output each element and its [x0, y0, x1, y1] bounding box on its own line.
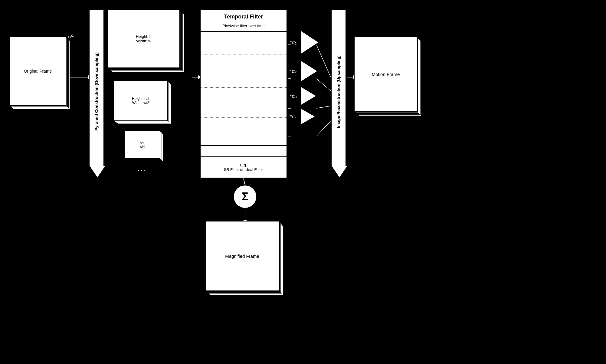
pyramid-banner-top — [89, 9, 104, 18]
pyramid-level-1: Height: h Width: w — [107, 9, 186, 74]
alpha-1-label: *α₁ — [290, 39, 299, 46]
reconstruction-banner-arrow-inner — [332, 166, 347, 177]
alpha-1-triangle — [301, 31, 318, 54]
filter-band-4 — [201, 145, 287, 146]
reconstruction-banner-label: Image Reconstruction (Upsampling) — [336, 55, 341, 128]
svg-line-10 — [316, 106, 331, 108]
sigma-symbol: Σ — [242, 190, 248, 203]
pyramid-l2-width: Width: w/2 — [132, 101, 149, 105]
alpha-3-triangle — [301, 87, 316, 105]
temporal-filter-footer-1: E.g. — [240, 163, 247, 167]
magnified-frame-front: Magnified Frame — [205, 221, 279, 291]
pyramid-l1-width: Width: w — [136, 39, 152, 43]
pyramid-l1-front: Height: h Width: w — [107, 9, 180, 68]
svg-line-9 — [316, 79, 331, 91]
filter-band-1 — [201, 54, 287, 54]
alpha-group: *α₁ *α₂ *α₃ *α₄ — [290, 29, 318, 126]
filter-band-2 — [201, 87, 287, 88]
temporal-filter-box: Temporal Filter Pixelwise filter over ti… — [200, 9, 287, 179]
reconstruction-banner-body: Image Reconstruction (Upsampling) — [331, 18, 346, 166]
original-frame-label: Original Frame — [24, 69, 52, 74]
pyramid-banner: Pyramid Construction (Downsampling) — [89, 9, 104, 179]
pyramid-l1-height: Height: h — [136, 34, 152, 39]
temporal-filter-subtitle: Pixelwise filter over time — [201, 22, 287, 32]
motion-frame-label: Motion Frame — [372, 72, 400, 77]
svg-line-14 — [244, 179, 245, 185]
alpha-2-label: *α₂ — [290, 68, 299, 74]
pyramid-l3-front: h/4 w/4 — [124, 130, 160, 159]
diagram-container: Original Frame ✂ Pyramid Construction (D… — [0, 0, 606, 364]
pyramid-level-3: h/4 w/4 — [124, 130, 166, 165]
pyramid-l3-height: h/4 — [139, 141, 145, 145]
magnified-frame-group: Magnified Frame — [205, 221, 287, 298]
temporal-filter-title: Temporal Filter — [201, 10, 287, 22]
filter-band-3 — [201, 117, 287, 118]
alpha-item-4: *α₄ — [290, 107, 318, 126]
pyramid-l2-front: Height: h/2 Width: w/2 — [113, 80, 168, 121]
alpha-item-1: *α₁ — [290, 29, 318, 56]
motion-frame-group: Motion Frame — [354, 36, 427, 121]
alpha-3-label: *α₃ — [290, 93, 299, 99]
alpha-item-3: *α₃ — [290, 86, 318, 106]
temporal-filter-footer: E.g. IIR Filter or Ideal Filter — [201, 156, 287, 178]
pyramid-banner-arrow — [89, 166, 104, 179]
alpha-4-label: *α₄ — [290, 113, 299, 120]
motion-frame-front: Motion Frame — [354, 36, 418, 112]
reconstruction-banner-top — [331, 9, 346, 18]
pyramid-dots: ... — [138, 165, 147, 173]
alpha-item-2: *α₂ — [290, 59, 318, 83]
pyramid-l3-width: w/4 — [139, 145, 145, 148]
pyramid-banner-label: Pyramid Construction (Downsampling) — [94, 52, 99, 131]
temporal-filter-footer-2: IIR Filter or Ideal Filter — [224, 167, 263, 172]
pyramid-banner-body: Pyramid Construction (Downsampling) — [89, 18, 104, 166]
svg-line-8 — [316, 45, 331, 77]
svg-line-11 — [316, 121, 331, 136]
magnified-frame-label: Magnified Frame — [225, 254, 259, 259]
reconstruction-banner: Image Reconstruction (Upsampling) — [331, 9, 346, 179]
pyramid-l2-height: Height: h/2 — [132, 97, 149, 101]
pyramid-level-2: Height: h/2 Width: w/2 — [113, 80, 174, 127]
sigma-circle: Σ — [233, 185, 257, 209]
reconstruction-banner-arrow — [331, 166, 346, 179]
original-frame-group: Original Frame — [9, 36, 70, 115]
alpha-2-triangle — [301, 61, 317, 81]
alpha-4-triangle — [301, 109, 315, 124]
original-frame-card-front: Original Frame — [9, 36, 67, 106]
pyramid-banner-arrow-inner — [90, 166, 105, 177]
